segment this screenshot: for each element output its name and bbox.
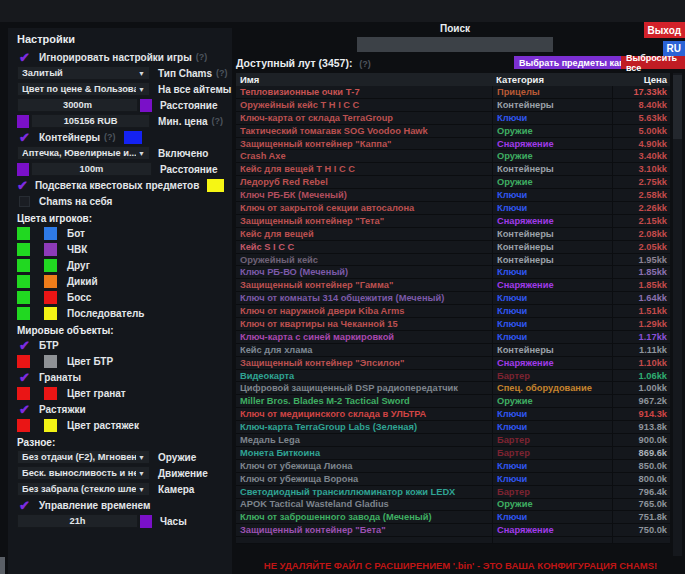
table-row[interactable]: Ключ-карта от склада TerraGroup Ключи 5.… — [236, 112, 670, 125]
min-price-input[interactable]: 105156 RUB — [31, 114, 150, 128]
color-swatch[interactable] — [44, 355, 57, 368]
table-row[interactable]: Ключ РБ-ВО (Меченый) Ключи 1.85kk — [236, 266, 670, 279]
scrollbar-thumb[interactable] — [673, 75, 682, 139]
color-swatch[interactable] — [207, 179, 224, 192]
table-row[interactable]: Видеокарта Бартер 1.06kk — [236, 370, 670, 383]
camera-dropdown[interactable]: Без забрала (стекло шлема) ▼ — [17, 482, 150, 496]
column-header-name[interactable]: Имя — [236, 74, 492, 85]
color-swatch[interactable] — [17, 387, 30, 400]
checkbox-unchecked-icon[interactable] — [19, 196, 30, 207]
loot-title: Доступный лут (3457): (?) — [236, 57, 371, 69]
checkbox-checked-icon[interactable]: ✔ — [17, 370, 32, 384]
checkbox-checked-icon[interactable]: ✔ — [17, 50, 32, 64]
table-row[interactable]: Ключ от квартиры на Чеканной 15 Ключи 1.… — [236, 318, 670, 331]
distance-input[interactable]: 3000m — [17, 98, 138, 112]
help-hint: (?) — [196, 52, 208, 62]
color-swatch[interactable] — [17, 243, 30, 256]
table-row[interactable]: APOK Tactical Wasteland Gladius Оружие 7… — [236, 499, 670, 512]
checkbox-checked-icon[interactable]: ✔ — [17, 498, 32, 512]
item-name: Цифровой защищенный DSP радиопередатчик — [236, 383, 492, 393]
search-input[interactable] — [357, 37, 553, 52]
table-row[interactable]: Crash Axe Оружие 3.40kk — [236, 150, 670, 163]
color-swatch[interactable] — [17, 259, 30, 272]
color-swatch[interactable] — [17, 163, 29, 176]
table-row[interactable]: Ключ от убежища Ворона Ключи 800.0k — [236, 473, 670, 486]
table-row[interactable]: Тепловизионные очки Т-7 Прицелы 17.33kk — [236, 86, 670, 99]
table-row[interactable]: Оружейный кейс T H I C C Контейнеры 8.40… — [236, 99, 670, 112]
table-row[interactable]: Кейс S I C C Контейнеры 2.05kk — [236, 241, 670, 254]
color-swatch[interactable] — [140, 99, 152, 112]
table-row[interactable]: Защищенный контейнер "Эпсилон" Снаряжени… — [236, 357, 670, 370]
table-row[interactable]: Ключ РБ-БК (Меченый) Ключи 2.58kk — [236, 189, 670, 202]
table-row[interactable]: Тактический томагавк SOG Voodoo Hawk Ору… — [236, 125, 670, 138]
checkbox-checked-icon[interactable]: ✔ — [17, 178, 28, 192]
table-row[interactable]: Ледоруб Red Rebel Оружие 2.75kk — [236, 176, 670, 189]
item-name: Ключ от заброшенного завода (Меченый) — [236, 512, 492, 522]
column-header-price[interactable]: Цена — [612, 73, 670, 86]
color-swatch[interactable] — [124, 131, 142, 144]
table-row[interactable]: Цифровой защищенный DSP радиопередатчик … — [236, 382, 670, 395]
color-swatch[interactable] — [44, 419, 57, 432]
table-scrollbar[interactable] — [673, 73, 682, 556]
item-category: Ключи — [492, 421, 612, 433]
checkbox-checked-icon[interactable]: ✔ — [17, 338, 32, 352]
weapon-dropdown[interactable]: Без отдачи (F2), Мгновенное п ▼ — [17, 450, 150, 464]
table-row[interactable]: Медаль Lega Бартер 900.0k — [236, 434, 670, 447]
color-row-label: Цвет гранат — [67, 388, 126, 399]
table-row[interactable]: Ключ-карта с синей маркировкой Ключи 1.1… — [236, 331, 670, 344]
table-row[interactable]: Ключ от комнаты 314 общежития (Меченый) … — [236, 292, 670, 305]
table-row[interactable]: Монета Биткоина Бартер 869.6k — [236, 447, 670, 460]
hours-input[interactable]: 21h — [17, 514, 138, 528]
column-header-category[interactable]: Категория — [492, 73, 612, 86]
table-row[interactable]: Ключ от закрытой секции автосалона Ключи… — [236, 202, 670, 215]
table-row[interactable]: Miller Bros. Blades M-2 Tactical Sword О… — [236, 395, 670, 408]
table-row[interactable]: Кейс для вещей Контейнеры 2.08kk — [236, 228, 670, 241]
color-swatch[interactable] — [17, 227, 30, 240]
table-row[interactable]: Ключ от убежища Лиона Ключи 850.0k — [236, 460, 670, 473]
color-swatch[interactable] — [44, 243, 57, 256]
color-swatch[interactable] — [140, 515, 152, 528]
color-swatch[interactable] — [17, 115, 29, 128]
table-row[interactable]: Кейс для хлама Контейнеры 1.11kk — [236, 344, 670, 357]
table-row[interactable]: Защищенный контейнер "Гамма" Снаряжение … — [236, 279, 670, 292]
table-row[interactable] — [236, 537, 670, 544]
drop-all-button[interactable]: Выбросить все — [621, 56, 685, 69]
color-swatch[interactable] — [17, 355, 30, 368]
color-swatch[interactable] — [17, 419, 30, 432]
checkbox-checked-icon[interactable]: ✔ — [17, 130, 32, 144]
color-swatch[interactable] — [44, 259, 57, 272]
table-row[interactable]: Защищенный контейнер "Бета" Снаряжение 7… — [236, 524, 670, 537]
color-setting-row: Друг — [17, 257, 223, 273]
self-chams-label: Chams на себя — [39, 196, 112, 207]
color-row-label: Друг — [67, 260, 90, 271]
color-swatch[interactable] — [17, 291, 30, 304]
resize-handle[interactable] — [0, 557, 5, 574]
checkbox-checked-icon[interactable]: ✔ — [17, 402, 32, 416]
table-row[interactable]: Защищенный контейнер "Каппа" Снаряжение … — [236, 138, 670, 151]
table-row[interactable]: Ключ-карта TerraGroup Labs (Зеленая) Клю… — [236, 421, 670, 434]
chams-color-dropdown[interactable]: Цвет по цене & Пользователь ▼ — [17, 82, 150, 96]
loot-filter-dropdown[interactable]: Аптечка, Ювелирные и... ▼ — [17, 146, 150, 160]
color-swatch[interactable] — [44, 387, 57, 400]
table-row[interactable]: Светодиодный трансиллюминатор кожи LEDX … — [236, 486, 670, 499]
color-swatch[interactable] — [17, 307, 30, 320]
item-category: Оружие — [492, 125, 612, 137]
loot-distance-input[interactable]: 100m — [31, 162, 152, 176]
item-price: 2.75kk — [612, 176, 670, 188]
table-row[interactable]: Ключ от медицинского склада в УЛЬТРА Клю… — [236, 408, 670, 421]
table-row[interactable]: Ключ от наружной двери Kiba Arms Ключи 1… — [236, 305, 670, 318]
item-price: 1.29kk — [612, 318, 670, 330]
color-swatch[interactable] — [44, 291, 57, 304]
item-price: 1.00kk — [612, 382, 670, 394]
movement-dropdown[interactable]: Беск. выносливость и нет уста ▼ — [17, 466, 150, 480]
color-swatch[interactable] — [17, 275, 30, 288]
table-row[interactable]: Защищенный контейнер "Тета" Снаряжение 2… — [236, 215, 670, 228]
chams-type-dropdown[interactable]: Залитый ▼ — [17, 66, 150, 80]
table-row[interactable]: Кейс для вещей T H I C C Контейнеры 3.10… — [236, 163, 670, 176]
table-row[interactable]: Оружейный кейс Контейнеры 1.95kk — [236, 254, 670, 267]
table-row[interactable]: Ключ от заброшенного завода (Меченый) Кл… — [236, 511, 670, 524]
color-swatch[interactable] — [44, 275, 57, 288]
color-swatch[interactable] — [44, 227, 57, 240]
color-swatch[interactable] — [44, 307, 57, 320]
exit-button[interactable]: Выход — [644, 22, 685, 38]
